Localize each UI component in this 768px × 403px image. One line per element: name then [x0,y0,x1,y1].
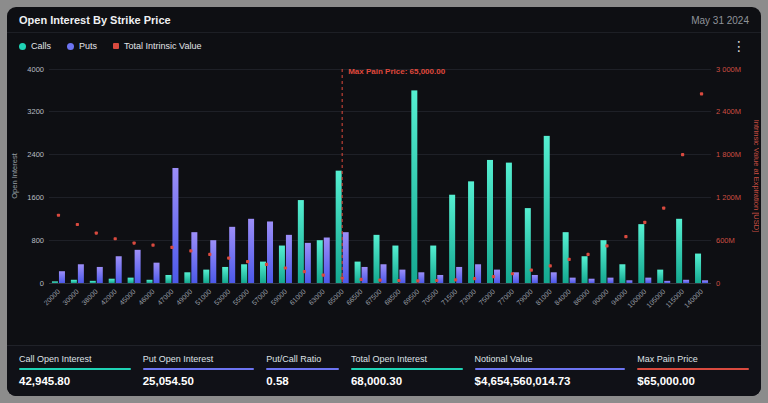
chart-title: Open Interest By Strike Price [19,14,171,26]
svg-text:90000: 90000 [591,288,610,307]
stat-call-open-interest: Call Open Interest 42,945.80 [19,354,131,387]
legend: Calls Puts Total Intrinsic Value [19,41,201,51]
calls-bars [52,90,701,283]
max-pain-annotation: Max Pain Price: 65,000.00 [348,67,446,76]
legend-puts-label: Puts [79,41,97,51]
stat-underline [266,368,339,370]
svg-text:20000: 20000 [42,288,61,307]
legend-row: Calls Puts Total Intrinsic Value ⋮ [7,33,761,53]
page-background: Open Interest By Strike Price May 31 202… [0,0,768,403]
svg-text:3200: 3200 [27,107,44,116]
svg-text:47000: 47000 [156,288,175,307]
svg-text:1600: 1600 [27,193,44,202]
stat-max-pain-price: Max Pain Price $65,000.00 [637,354,749,387]
svg-text:67500: 67500 [364,288,383,307]
expiry-date-label: May 31 2024 [691,15,749,26]
kebab-menu-icon[interactable]: ⋮ [729,39,749,53]
stat-value: $4,654,560,014.73 [475,375,626,387]
svg-text:71500: 71500 [440,288,459,307]
svg-text:30000: 30000 [61,288,80,307]
svg-text:45000: 45000 [118,288,137,307]
svg-text:59000: 59000 [269,288,288,307]
svg-text:38000: 38000 [80,288,99,307]
stat-label: Max Pain Price [637,354,749,364]
stat-underline [19,368,131,370]
svg-text:2 400M: 2 400M [716,107,741,116]
svg-text:600M: 600M [716,236,735,245]
legend-item-calls[interactable]: Calls [19,41,51,51]
stat-put-call-ratio: Put/Call Ratio 0.58 [266,354,339,387]
svg-text:79000: 79000 [515,288,534,307]
svg-text:66500: 66500 [345,288,364,307]
right-axis-title: Intrinsic Value at Expiration [USD] [752,120,759,232]
svg-text:53000: 53000 [213,288,232,307]
stat-label: Notional Value [475,354,626,364]
stat-value: 42,945.80 [19,375,131,387]
svg-text:1 200M: 1 200M [716,193,741,202]
svg-text:65000: 65000 [326,288,345,307]
stat-underline [637,368,749,370]
svg-text:68500: 68500 [383,288,402,307]
svg-text:105000: 105000 [645,288,667,310]
svg-text:2400: 2400 [27,150,44,159]
svg-text:100000: 100000 [626,288,648,310]
svg-text:0: 0 [40,279,44,288]
svg-text:42000: 42000 [99,288,118,307]
svg-text:75000: 75000 [477,288,496,307]
svg-text:4000: 4000 [27,65,44,74]
x-axis-labels: 2000030000380004200045000460004700049000… [42,288,704,310]
stat-label: Total Open Interest [351,354,463,364]
calls-color-dot-icon [19,43,26,50]
svg-text:84000: 84000 [553,288,572,307]
svg-text:115000: 115000 [664,288,685,309]
legend-item-puts[interactable]: Puts [67,41,97,51]
legend-item-intrinsic-value[interactable]: Total Intrinsic Value [113,41,201,51]
svg-text:46000: 46000 [137,288,156,307]
svg-text:51000: 51000 [194,288,213,307]
stat-underline [475,368,626,370]
left-axis-title: Open Interest [10,152,19,198]
stat-label: Put Open Interest [143,354,255,364]
svg-text:77000: 77000 [496,288,515,307]
svg-text:3 000M: 3 000M [716,65,741,74]
stat-total-open-interest: Total Open Interest 68,000.30 [351,354,463,387]
svg-text:70500: 70500 [421,288,440,307]
stat-value: 0.58 [266,375,339,387]
svg-text:86000: 86000 [572,288,591,307]
stat-value: $65,000.00 [637,375,749,387]
svg-text:73000: 73000 [459,288,478,307]
stat-value: 68,000.30 [351,375,463,387]
svg-text:0: 0 [716,279,720,288]
svg-text:57000: 57000 [251,288,270,307]
stats-bar: Call Open Interest 42,945.80 Put Open In… [7,345,761,396]
stat-label: Put/Call Ratio [266,354,339,364]
svg-text:81000: 81000 [534,288,553,307]
grid-lines: 00800600M16001 200M24001 800M32002 400M4… [27,65,741,288]
stat-put-open-interest: Put Open Interest 25,054.50 [143,354,255,387]
options-open-interest-card: Open Interest By Strike Price May 31 202… [7,7,761,396]
intrinsic-value-color-dot-icon [113,43,119,49]
svg-text:1 800M: 1 800M [716,150,741,159]
svg-text:140000: 140000 [683,288,705,310]
legend-intrinsic-value-label: Total Intrinsic Value [124,41,201,51]
stat-label: Call Open Interest [19,354,131,364]
svg-text:800: 800 [31,236,44,245]
chart-area: 00800600M16001 200M24001 800M32002 400M4… [7,53,761,337]
legend-calls-label: Calls [31,41,51,51]
svg-text:63000: 63000 [307,288,326,307]
puts-color-dot-icon [67,43,74,50]
chart-canvas: 00800600M16001 200M24001 800M32002 400M4… [9,53,759,333]
stat-notional-value: Notional Value $4,654,560,014.73 [475,354,626,387]
card-header: Open Interest By Strike Price May 31 202… [7,7,761,33]
stat-underline [351,368,463,370]
svg-text:49000: 49000 [175,288,194,307]
svg-text:55000: 55000 [232,288,251,307]
stat-underline [143,368,255,370]
svg-text:69500: 69500 [402,288,421,307]
stat-value: 25,054.50 [143,375,255,387]
svg-text:61000: 61000 [288,288,307,307]
puts-bars [59,168,708,283]
